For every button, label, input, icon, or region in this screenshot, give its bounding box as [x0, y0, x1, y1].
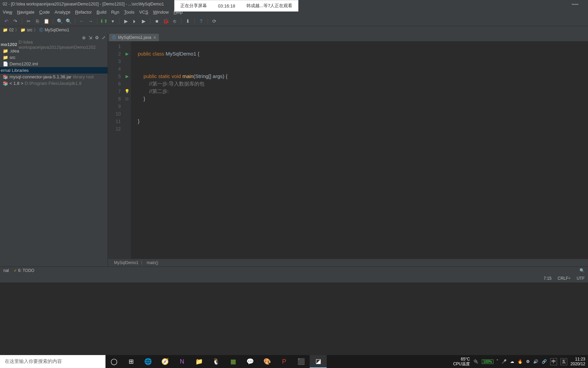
separator [119, 18, 119, 24]
bug-icon[interactable]: 🐞 [163, 18, 169, 24]
paint-icon[interactable]: 🎨 [259, 355, 276, 368]
breadcrumb-item[interactable]: 📁 src [20, 28, 32, 32]
tray-chevron-icon[interactable]: ˆ [497, 359, 498, 364]
powerpoint-icon[interactable]: P [276, 355, 293, 368]
copy-icon[interactable]: ⎘ [34, 18, 40, 24]
cut-icon[interactable]: ✂ [26, 18, 32, 24]
update-icon[interactable]: ⟳ [211, 18, 217, 24]
menu-run[interactable]: Run [111, 10, 119, 15]
intellij-icon[interactable]: ◪ [310, 355, 327, 368]
separator [208, 18, 208, 24]
crumb-class[interactable]: MySqlDemo1 [114, 260, 138, 265]
separator [181, 18, 181, 24]
class-icon: Ⓒ [112, 35, 116, 41]
folder-icon: 📁 [3, 48, 8, 53]
help-icon[interactable]: ? [198, 18, 204, 24]
search-icon[interactable]: 🔍 [56, 18, 63, 24]
chrome-icon[interactable]: 🌐 [140, 355, 157, 368]
network-icon[interactable]: 🔗 [542, 359, 547, 364]
cortana-icon[interactable]: ⊞ [122, 355, 140, 368]
separator [194, 18, 195, 24]
menu-refactor[interactable]: Refactor [75, 10, 92, 15]
line-separator[interactable]: CRLF÷ [558, 276, 571, 281]
breadcrumb-separator: 〉 [15, 27, 19, 33]
window-minimize-button[interactable]: — [572, 0, 585, 8]
undo-icon[interactable]: ↶ [3, 18, 10, 24]
breadcrumb-item[interactable]: 📁 02 [3, 28, 14, 32]
back-icon[interactable]: ← [79, 18, 85, 24]
share-time: 03:16:18 [218, 3, 235, 9]
menu-build[interactable]: Build [97, 10, 107, 15]
ime-lang[interactable]: 中 [550, 358, 557, 365]
run-icon[interactable]: ▶ [123, 18, 129, 24]
todo-tab[interactable]: ✓ 6: TODO [14, 268, 34, 273]
onenote-icon[interactable]: N [174, 355, 191, 368]
status-bar: 7:15 CRLF÷ UTF [0, 274, 588, 282]
mic-icon[interactable]: 🎤 [502, 359, 507, 364]
editor-tab[interactable]: Ⓒ MySqlDemo1.java ✕ [109, 34, 159, 41]
volume-icon[interactable]: 🔊 [533, 359, 538, 364]
replace-icon[interactable]: 🔍 [65, 18, 71, 24]
task-view-icon[interactable]: ◯ [105, 355, 122, 368]
menu-code[interactable]: Code [39, 10, 50, 15]
class-icon: Ⓒ [39, 27, 43, 33]
bottom-left-tools: nal ✓ 6: TODO [3, 268, 34, 273]
terminal-tab[interactable]: nal [3, 268, 9, 273]
power-icon[interactable]: 🔌 [473, 359, 478, 364]
qq-icon[interactable]: 🐧 [208, 355, 225, 368]
crumb-method[interactable]: main() [147, 260, 158, 265]
tray-icon[interactable]: 🔥 [518, 359, 523, 364]
wechat-icon[interactable]: 💬 [242, 355, 259, 368]
menu-tools[interactable]: Tools [124, 10, 134, 15]
share-viewers: 韩成越...等7人正在观看 [246, 3, 292, 9]
tree-library-mysql[interactable]: 📚 mysql-connector-java-5.1.36.jar librar… [0, 74, 108, 80]
tree-folder-src[interactable]: 📁 src [0, 54, 108, 61]
main-toolbar: ↶ ↷ ✂ ⎘ 📋 🔍 🔍 ← → ⬇⬆ ▾ ▶ ⏵ ▶ ■ 🐞 ⎋ ⬇ ? ⟳ [0, 16, 588, 26]
edge-icon[interactable]: 🧭 [157, 355, 174, 368]
menu-view[interactable]: View [3, 10, 12, 15]
separator [22, 18, 22, 24]
obs-icon[interactable]: ⬛ [293, 355, 310, 368]
cloud-icon[interactable]: ☁ [510, 359, 514, 364]
code-content[interactable]: public class MySqlDemo1 { public static … [131, 41, 588, 259]
attach-icon[interactable]: ⎋ [172, 18, 178, 24]
config-dropdown[interactable]: ▾ [110, 18, 116, 24]
cpu-temp-widget[interactable]: 65°C CPU温度 [453, 357, 470, 366]
app-icon[interactable]: ▦ [225, 355, 242, 368]
project-tree: mo1202 D:\Idea workspace\java2012\javase… [0, 41, 108, 266]
tree-library-jdk[interactable]: 📚 < 1.8 > D:\Program Files\Java\jdk1.8 [0, 80, 108, 87]
profile-icon[interactable]: ⬇ [185, 18, 191, 24]
menu-window[interactable]: Window [153, 10, 169, 15]
close-icon[interactable]: ✕ [153, 35, 156, 40]
menu-vcs[interactable]: VCS [139, 10, 148, 15]
project-root[interactable]: mo1202 D:\Idea workspace\java2012\javase… [0, 41, 108, 48]
redo-icon[interactable]: ↷ [12, 18, 18, 24]
explorer-icon[interactable]: 📁 [191, 355, 208, 368]
file-encoding[interactable]: UTF [577, 276, 585, 281]
editor-breadcrumb: MySqlDemo1 〉 main() [108, 259, 588, 266]
folder-icon: 📁 [3, 55, 8, 60]
menu-navigate[interactable]: Navigate [17, 10, 34, 15]
tree-external-libraries[interactable]: ernal Libraries [0, 67, 108, 74]
menu-analyze[interactable]: Analyze [54, 10, 70, 15]
stop-icon[interactable]: ■ [154, 18, 160, 24]
debug-icon[interactable]: ⏵ [132, 18, 138, 24]
breadcrumb-item[interactable]: Ⓒ MySqlDemo1 [39, 27, 69, 33]
search-everywhere-icon[interactable]: 🔍 [579, 268, 585, 273]
paste-icon[interactable]: 📋 [43, 18, 49, 24]
line-numbers: 123456789101112 [108, 41, 123, 259]
tray-icon[interactable]: ⚙ [526, 359, 530, 364]
crumb-separator: 〉 [141, 260, 145, 266]
battery-indicator[interactable]: 100% [482, 359, 493, 364]
caret-position[interactable]: 7:15 [543, 276, 551, 281]
ime-method[interactable]: 五 [560, 358, 567, 365]
tree-file-iml[interactable]: 📄 Demo1202.iml [0, 61, 108, 67]
build-icon[interactable]: ⬇⬆ [101, 18, 107, 24]
windows-search-box[interactable]: 在这里输入你要搜索的内容 [0, 355, 105, 368]
forward-icon[interactable]: → [87, 18, 94, 24]
code-editor[interactable]: 123456789101112 ▶ ▶ 💡⊟ public class MySq… [108, 41, 588, 259]
clock-widget[interactable]: 11:23 2020/12 [571, 357, 585, 366]
breadcrumb-separator: 〉 [34, 27, 38, 33]
file-icon: 📄 [3, 61, 8, 66]
coverage-icon[interactable]: ▶ [141, 18, 147, 24]
